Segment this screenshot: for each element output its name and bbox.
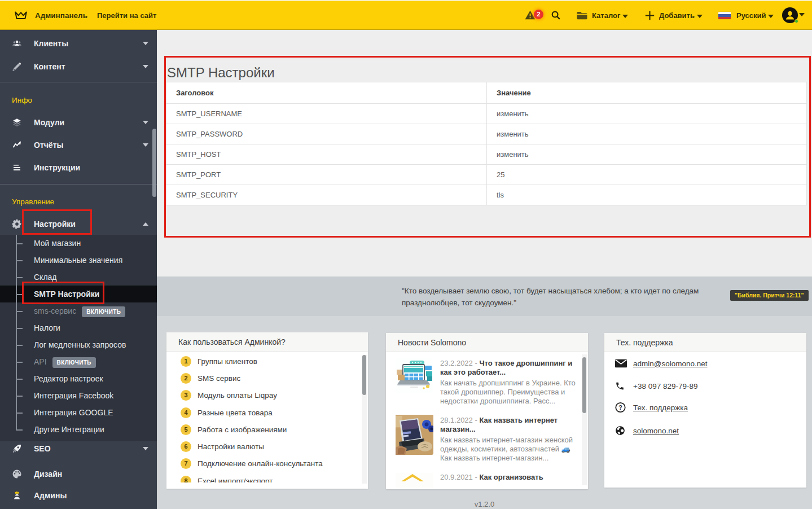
svg-text:?: ? xyxy=(618,404,622,411)
